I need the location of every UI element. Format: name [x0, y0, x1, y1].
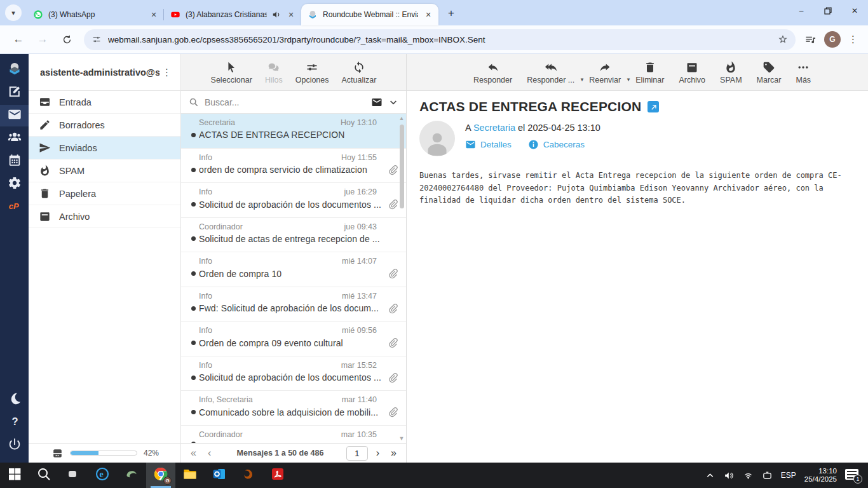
taskbar-app-button[interactable]	[205, 463, 234, 488]
message-row[interactable]: Info Hoy 11:55 orden de compra servicio …	[181, 149, 406, 184]
tab-audio-icon[interactable]	[272, 10, 281, 19]
message-row[interactable]: Info jue 16:29 Solicitud de aprobación d…	[181, 183, 406, 218]
tray-chevron-up-icon[interactable]	[705, 470, 715, 481]
mail-toolbar-button[interactable]: Responder	[470, 61, 515, 85]
sidebar-app-button[interactable]	[0, 435, 29, 456]
language-indicator[interactable]: ESP	[781, 471, 796, 480]
message-row[interactable]: Info mié 09:56 Orden de compra 09 evento…	[181, 322, 406, 356]
details-toggle[interactable]: Detalles	[465, 139, 512, 150]
browser-menu-icon[interactable]: ⋮	[848, 34, 858, 45]
last-page-button[interactable]: »	[388, 448, 400, 458]
message-row[interactable]: Info mié 14:07 Orden de compra 10	[181, 252, 406, 287]
notification-center-button[interactable]: 1	[845, 469, 860, 482]
open-in-new-window-icon[interactable]	[648, 101, 659, 112]
toolbar-button[interactable]: Opciones	[292, 61, 332, 85]
folder-item[interactable]: SPAM	[29, 159, 180, 182]
toolbar-button[interactable]: Hilos	[262, 61, 286, 85]
taskbar-app-button[interactable]: G	[146, 463, 175, 488]
message-row[interactable]: Coordinador jue 09:43 Solicitud de actas…	[181, 218, 406, 253]
sidebar-app-button[interactable]	[0, 151, 29, 172]
sidebar-app-button[interactable]	[0, 82, 29, 104]
folder-item[interactable]: Entrada	[29, 91, 180, 114]
message-row[interactable]: Info mié 13:47 Fwd: Solicitud de aprobac…	[181, 287, 406, 322]
taskbar-app-button[interactable]	[263, 463, 292, 488]
mail-toolbar-button[interactable]: Responder ... ▾	[524, 61, 578, 85]
sidebar-app-button[interactable]	[0, 173, 29, 195]
taskbar-app-button[interactable]	[29, 463, 58, 488]
message-row[interactable]: Info mar 15:52 Solicitud de aprobación d…	[181, 356, 406, 391]
folder-actions-icon[interactable]: ⋮	[159, 67, 174, 78]
taskbar-app-button[interactable]	[58, 463, 88, 488]
window-restore-button[interactable]	[815, 0, 841, 22]
volume-icon[interactable]	[724, 470, 735, 481]
next-page-button[interactable]: ›	[373, 448, 383, 458]
wifi-icon[interactable]	[743, 470, 754, 481]
mail-toolbar-button[interactable]: Más	[792, 61, 814, 85]
back-button[interactable]: ←	[9, 30, 28, 49]
search-scope-mail-icon[interactable]	[371, 97, 383, 108]
clock[interactable]: 13:10 25/4/2025	[804, 467, 837, 484]
tab-close-icon[interactable]: ✕	[286, 10, 296, 20]
search-input[interactable]	[205, 97, 365, 107]
mail-toolbar-button[interactable]: Reenviar ▾	[586, 61, 624, 85]
media-controls-icon[interactable]	[804, 34, 817, 46]
reload-button[interactable]	[57, 30, 76, 49]
browser-tab[interactable]: (3) Alabanzas Cristianas 202 ✕	[164, 4, 301, 25]
browser-tab[interactable]: (3) WhatsApp ✕	[27, 4, 164, 25]
site-settings-icon[interactable]	[92, 34, 102, 44]
folder-item[interactable]: Enviados	[29, 137, 180, 159]
message-header: ACTAS DE ENTREGA RECEPCION A Secretaria …	[407, 91, 868, 156]
first-page-button[interactable]: «	[187, 448, 200, 458]
new-tab-button[interactable]: +	[442, 4, 460, 22]
recipient-link[interactable]: Secretaria	[473, 123, 515, 133]
message-date: mar 15:52	[341, 361, 377, 370]
url-text[interactable]: webmail.sanjuan.gob.ec/cpsess3856565201/…	[108, 35, 771, 44]
scrollbar-thumb[interactable]	[400, 125, 404, 208]
headers-toggle[interactable]: Cabeceras	[528, 139, 585, 150]
mail-toolbar-button[interactable]: Archivo	[675, 61, 709, 85]
scroll-down-icon[interactable]: ▼	[399, 435, 405, 442]
dropdown-caret-icon[interactable]: ▾	[581, 76, 584, 83]
folder-item[interactable]: Papelera	[29, 182, 180, 205]
message-row[interactable]: Secretaria Hoy 13:10 ACTAS DE ENTREGA RE…	[181, 114, 406, 149]
mail-toolbar-button[interactable]: SPAM	[717, 61, 745, 85]
message-row[interactable]: Coordinador mar 10:35	[181, 426, 406, 444]
folder-item[interactable]: Archivo	[29, 205, 180, 228]
window-close-button[interactable]: ✕	[841, 0, 868, 22]
forward-button[interactable]: →	[33, 30, 52, 49]
folder-item[interactable]: Borradores	[29, 114, 180, 137]
toolbar-button[interactable]: Actualizar	[339, 61, 380, 85]
mail-toolbar-button[interactable]: Marcar	[754, 61, 785, 85]
mail-toolbar-button[interactable]: Eliminar	[632, 61, 667, 85]
message-row[interactable]: Info, Secretaria mar 11:40 Comunicado so…	[181, 391, 406, 426]
search-options-chevron-icon[interactable]	[388, 97, 398, 107]
window-minimize-button[interactable]: –	[788, 0, 815, 22]
tab-search-button[interactable]: ▾	[5, 4, 22, 21]
sidebar-app-button[interactable]	[0, 59, 29, 81]
taskbar-app-button[interactable]	[0, 463, 29, 488]
bookmark-star-icon[interactable]	[778, 34, 788, 44]
meet-now-icon[interactable]	[762, 470, 773, 481]
profile-avatar[interactable]: G	[824, 31, 841, 48]
prev-page-button[interactable]: ‹	[205, 448, 214, 458]
taskbar-app-button[interactable]	[175, 463, 205, 488]
page-number-input[interactable]	[346, 446, 368, 461]
dropdown-caret-icon[interactable]: ▾	[627, 76, 630, 83]
taskbar-app-button[interactable]	[117, 463, 146, 488]
taskbar-app-button[interactable]: e	[88, 463, 117, 488]
youtube-icon	[170, 10, 180, 20]
browser-tab[interactable]: Roundcube Webmail :: Enviados ✕	[301, 4, 438, 25]
scroll-up-icon[interactable]: ▲	[399, 115, 405, 121]
toolbar-button[interactable]: Seleccionar	[208, 61, 255, 85]
message-list-pane: Seleccionar Hilos Opciones Actua	[181, 54, 407, 463]
sidebar-app-button[interactable]: ?	[0, 412, 29, 433]
address-bar[interactable]: webmail.sanjuan.gob.ec/cpsess3856565201/…	[84, 29, 796, 50]
sidebar-app-button[interactable]: cP	[0, 196, 29, 218]
taskbar-app-button[interactable]	[234, 463, 263, 488]
list-scrollbar[interactable]: ▲ ▼	[398, 115, 405, 442]
sidebar-app-button[interactable]	[0, 128, 29, 149]
sidebar-app-button[interactable]	[0, 389, 29, 410]
tab-close-icon[interactable]: ✕	[149, 10, 159, 20]
tab-close-icon[interactable]: ✕	[423, 10, 433, 20]
sidebar-app-button[interactable]	[0, 105, 29, 126]
